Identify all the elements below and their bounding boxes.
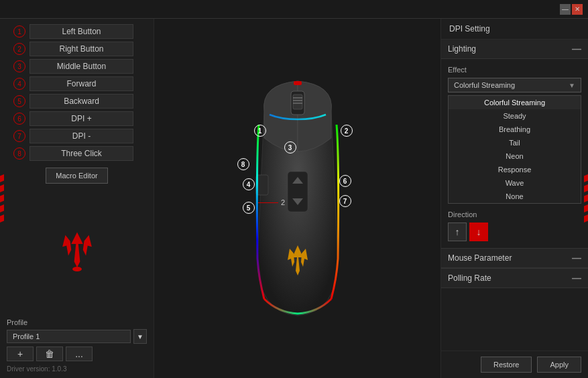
- button-label-4[interactable]: Forward: [30, 76, 133, 91]
- lighting-label: Lighting: [448, 44, 476, 54]
- profile-actions: + 🗑 ...: [7, 346, 147, 361]
- macro-editor-button[interactable]: Macro Editor: [46, 168, 107, 184]
- svg-marker-0: [71, 232, 83, 267]
- main-container: 1Left Button2Right Button3Middle Button4…: [0, 19, 588, 378]
- lighting-collapse-icon: —: [572, 44, 581, 54]
- button-row: 3Middle Button: [13, 59, 147, 74]
- button-label-1[interactable]: Left Button: [30, 24, 133, 39]
- profile-select[interactable]: Profile 1: [7, 330, 131, 343]
- dropdown-item-neon[interactable]: Neon: [449, 149, 581, 163]
- more-options-button[interactable]: ...: [66, 346, 93, 361]
- direction-down-button[interactable]: ↓: [469, 223, 488, 241]
- svg-rect-5: [293, 94, 302, 109]
- button-number-8: 8: [13, 147, 25, 160]
- dropdown-item-wave[interactable]: Wave: [449, 176, 581, 190]
- polling-rate-label: Polling Rate: [448, 273, 491, 283]
- dropdown-item-response[interactable]: Response: [449, 163, 581, 176]
- dropdown-item-tail[interactable]: Tail: [449, 136, 581, 149]
- profile-section: Profile Profile 1 ▼ + 🗑 ...: [7, 318, 147, 361]
- button-row: 8Three Click: [13, 146, 147, 161]
- lighting-content: Effect Colorful Streaming ▼ Colorful Str…: [441, 59, 588, 248]
- button-row: 1Left Button: [13, 24, 147, 39]
- button-list: 1Left Button2Right Button3Middle Button4…: [13, 24, 147, 161]
- mouse-label-5: 5: [243, 202, 255, 214]
- button-row: 4Forward: [13, 76, 147, 91]
- annotation-line: 2: [258, 198, 285, 206]
- effect-dropdown-list[interactable]: Colorful StreamingSteadyBreathingTailNeo…: [448, 95, 581, 204]
- button-label-2[interactable]: Right Button: [30, 42, 133, 56]
- right-panel: DPI Setting Lighting — Effect Colorful S…: [440, 19, 588, 378]
- mouse-parameter-section-header[interactable]: Mouse Parameter —: [441, 248, 588, 268]
- trash-icon: 🗑: [45, 349, 54, 359]
- direction-up-button[interactable]: ↑: [448, 223, 467, 241]
- title-bar: — ✕: [0, 0, 588, 19]
- arrow-up-icon: ↑: [455, 227, 460, 237]
- svg-marker-2: [82, 235, 91, 255]
- dropdown-item-colorful-streaming[interactable]: Colorful Streaming: [449, 96, 581, 109]
- button-number-2: 2: [13, 43, 25, 55]
- mouse-label-3: 3: [284, 141, 296, 153]
- button-number-4: 4: [13, 78, 25, 90]
- button-number-6: 6: [13, 113, 25, 125]
- button-number-7: 7: [13, 130, 25, 142]
- mouse-parameter-collapse-icon: —: [572, 253, 581, 263]
- polling-rate-section-header[interactable]: Polling Rate —: [441, 268, 588, 288]
- add-profile-button[interactable]: +: [7, 346, 34, 361]
- effect-dropdown-row: Colorful Streaming ▼: [448, 78, 581, 92]
- svg-rect-9: [294, 81, 302, 85]
- direction-label: Direction: [448, 210, 581, 218]
- button-number-1: 1: [13, 25, 25, 38]
- annotation-number: 2: [281, 198, 285, 206]
- mouse-label-7: 7: [339, 195, 351, 207]
- mouse-label-8: 8: [237, 158, 249, 170]
- profile-dropdown-arrow[interactable]: ▼: [133, 329, 147, 344]
- restore-button[interactable]: Restore: [481, 357, 532, 373]
- button-row: 6DPI +: [13, 111, 147, 126]
- button-label-6[interactable]: DPI +: [30, 111, 133, 126]
- decorative-slashes-left: [0, 174, 4, 223]
- button-label-7[interactable]: DPI -: [30, 129, 133, 143]
- profile-label: Profile: [7, 318, 147, 326]
- dropdown-arrow-icon: ▼: [569, 82, 575, 89]
- right-bottom-bar: Restore Apply: [441, 351, 588, 378]
- arrow-down-icon: ↓: [477, 227, 481, 237]
- selected-effect-text: Colorful Streaming: [454, 81, 515, 89]
- polling-rate-collapse-icon: —: [572, 273, 581, 284]
- button-row: 5Backward: [13, 94, 147, 109]
- logo-area: [7, 192, 147, 313]
- button-label-5[interactable]: Backward: [30, 94, 133, 109]
- button-row: 2Right Button: [13, 42, 147, 56]
- svg-marker-1: [62, 235, 71, 255]
- button-number-3: 3: [13, 60, 25, 72]
- effect-select-box[interactable]: Colorful Streaming ▼: [448, 78, 581, 92]
- decorative-slashes-right: [584, 174, 588, 223]
- driver-version: Driver version: 1.0.3: [7, 365, 147, 373]
- button-label-3[interactable]: Middle Button: [30, 59, 133, 74]
- profile-select-row: Profile 1 ▼: [7, 329, 147, 344]
- button-row: 7DPI -: [13, 129, 147, 143]
- dropdown-item-none[interactable]: None: [449, 190, 581, 203]
- mouse-image: 1 2 3 4 5 6 7 8: [224, 71, 371, 326]
- center-panel: 1 2 3 4 5 6 7 8 2: [154, 19, 440, 378]
- direction-buttons: ↑ ↓: [448, 223, 581, 241]
- dropdown-item-breathing[interactable]: Breathing: [449, 123, 581, 136]
- mouse-parameter-label: Mouse Parameter: [448, 253, 512, 263]
- effect-label: Effect: [448, 66, 581, 74]
- button-label-8[interactable]: Three Click: [30, 146, 133, 161]
- minimize-button[interactable]: —: [560, 4, 571, 15]
- brand-logo: [54, 229, 101, 276]
- close-button[interactable]: ✕: [572, 4, 583, 15]
- button-number-5: 5: [13, 95, 25, 107]
- mouse-label-4: 4: [243, 178, 255, 190]
- apply-button[interactable]: Apply: [537, 357, 581, 373]
- mouse-label-1: 1: [254, 125, 266, 137]
- svg-point-3: [72, 267, 82, 271]
- dropdown-item-steady[interactable]: Steady: [449, 109, 581, 123]
- delete-profile-button[interactable]: 🗑: [36, 346, 63, 361]
- left-panel: 1Left Button2Right Button3Middle Button4…: [0, 19, 154, 378]
- mouse-label-6: 6: [339, 175, 351, 187]
- lighting-section-header[interactable]: Lighting —: [441, 40, 588, 59]
- dpi-setting-header: DPI Setting: [441, 19, 588, 40]
- mouse-label-2: 2: [341, 125, 353, 137]
